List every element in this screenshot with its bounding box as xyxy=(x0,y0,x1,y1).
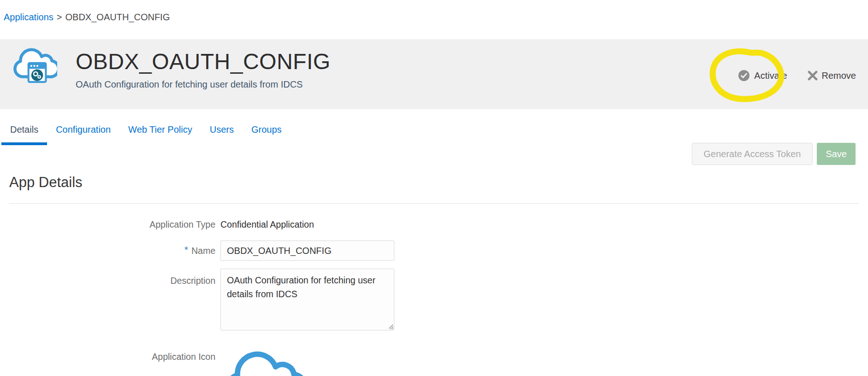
name-row: *Name xyxy=(0,241,868,261)
generate-access-token-button[interactable]: Generate Access Token xyxy=(692,143,813,165)
save-button[interactable]: Save xyxy=(817,143,856,165)
section-title: App Details xyxy=(9,174,83,191)
name-input[interactable] xyxy=(220,241,394,261)
required-asterisk: * xyxy=(184,244,188,255)
description-row: Description OAuth Configuration for fetc… xyxy=(0,269,868,333)
description-textarea[interactable]: OAuth Configuration for fetching user de… xyxy=(220,269,394,330)
page-subtitle: OAuth Configuration for fetching user de… xyxy=(76,79,331,90)
activate-label: Activate xyxy=(754,70,787,81)
description-label: Description xyxy=(0,269,215,286)
application-icon-label: Application Icon xyxy=(0,347,215,362)
tab-bar: Details Configuration Web Tier Policy Us… xyxy=(1,123,291,145)
app-details-form: Application Type Confidential Applicatio… xyxy=(0,217,868,376)
x-icon xyxy=(808,70,818,81)
application-type-row: Application Type Confidential Applicatio… xyxy=(0,219,868,230)
tab-web-tier-policy[interactable]: Web Tier Policy xyxy=(119,123,201,145)
tab-groups[interactable]: Groups xyxy=(243,123,291,145)
header-actions: Activate Remove xyxy=(738,70,856,82)
application-type-label: Application Type xyxy=(0,219,215,230)
application-type-value: Confidential Application xyxy=(220,219,314,230)
breadcrumb-current: OBDX_OAUTH_CONFIG xyxy=(65,12,170,22)
application-icon-row: Application Icon xyxy=(0,347,868,376)
breadcrumb: Applications>OBDX_OAUTH_CONFIG xyxy=(4,12,170,23)
check-circle-icon xyxy=(738,70,750,82)
title-block: OBDX_OAUTH_CONFIG OAuth Configuration fo… xyxy=(76,48,331,90)
tab-users[interactable]: Users xyxy=(201,123,243,145)
breadcrumb-separator: > xyxy=(57,12,62,22)
activate-button[interactable]: Activate xyxy=(738,70,787,82)
app-cloud-icon xyxy=(11,46,57,86)
remove-label: Remove xyxy=(822,70,856,81)
tab-details[interactable]: Details xyxy=(1,123,47,145)
breadcrumb-link-applications[interactable]: Applications xyxy=(4,12,54,22)
page-title: OBDX_OAUTH_CONFIG xyxy=(76,48,331,75)
name-label: *Name xyxy=(0,245,215,256)
toolbar: Generate Access Token Save xyxy=(692,143,856,165)
application-icon-preview xyxy=(220,347,303,376)
section-divider xyxy=(9,203,859,204)
remove-button[interactable]: Remove xyxy=(808,70,856,81)
app-header: OBDX_OAUTH_CONFIG OAuth Configuration fo… xyxy=(0,39,868,109)
tab-configuration[interactable]: Configuration xyxy=(47,123,119,145)
